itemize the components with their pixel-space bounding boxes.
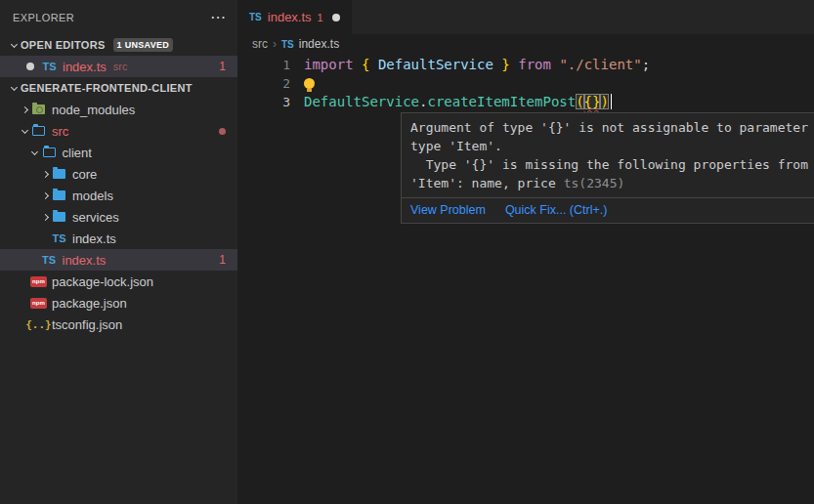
line-number: 1 (237, 56, 290, 74)
chevron-right-icon[interactable] (38, 193, 52, 198)
code-token (369, 57, 377, 72)
hover-message-line: Type '{}' is missing the following prope… (410, 155, 814, 174)
open-folder-icon (31, 126, 46, 136)
chevron-right-icon[interactable] (38, 215, 52, 220)
tree-item-index-ts-6[interactable]: TSindex.ts (0, 228, 237, 249)
tree-item-models-4[interactable]: models (0, 185, 237, 206)
tree-item-label: package.json (52, 296, 127, 311)
code-token: ) (600, 94, 608, 109)
tree-item-package-json-9[interactable]: npmpackage.json (0, 292, 237, 314)
file-tree: node_modulessrcclientcoremodelsservicesT… (0, 99, 237, 335)
chevron-right-icon[interactable] (38, 172, 52, 177)
open-folder-icon (42, 147, 57, 157)
code-token: } (501, 57, 509, 72)
tree-item-label: package-lock.json (52, 274, 153, 289)
code-token: ( (576, 94, 583, 109)
cursor-caret (611, 94, 613, 109)
error-count-badge: 1 (219, 253, 226, 267)
tree-item-label: models (72, 189, 113, 203)
vscode-window: EXPLORER ⋯ OPEN EDITORS 1 UNSAVED TS ind… (0, 0, 814, 504)
code-token (354, 57, 362, 72)
chevron-down-icon (7, 87, 21, 90)
code-token: createItemItemPost (427, 94, 576, 109)
breadcrumb-item-src[interactable]: src (252, 37, 268, 51)
code-line-content: import { DefaultService } from "./client… (304, 56, 650, 74)
tree-item-index-ts-7[interactable]: TSindex.ts1 (0, 249, 237, 271)
code-line-1[interactable]: 1import { DefaultService } from "./clien… (237, 56, 814, 74)
tab-index-ts[interactable]: TS index.ts 1 (237, 0, 352, 34)
tab-label: index.ts (268, 10, 312, 24)
hover-error-code: ts(2345) (564, 176, 625, 190)
tree-item-package-lock-json-8[interactable]: npmpackage-lock.json (0, 271, 237, 292)
tree-item-label: node_modules (52, 103, 135, 117)
npm-icon: npm (31, 298, 46, 309)
explorer-title: EXPLORER (13, 12, 74, 23)
chevron-down-icon[interactable] (28, 151, 42, 154)
section-workspace[interactable]: GENERATE-FRONTEND-CLIENT (0, 77, 237, 99)
ts-file-icon: TS (52, 232, 66, 244)
tree-item-tsconfig-json-10[interactable]: {..}tsconfig.json (0, 314, 237, 335)
breadcrumb-item-file[interactable]: index.ts (299, 37, 339, 51)
code-line-2[interactable]: 2 (237, 74, 814, 93)
folder-icon (52, 190, 66, 200)
tree-item-label: index.ts (63, 253, 107, 268)
code-line-content: DefaultService.createItemItemPost({}) (304, 93, 612, 111)
more-actions-icon[interactable]: ⋯ (210, 13, 226, 22)
hover-message-line: 'Item': name, pricets(2345) (410, 174, 814, 192)
folder-icon (52, 212, 66, 222)
chevron-down-icon[interactable] (18, 130, 31, 133)
explorer-sidebar: EXPLORER ⋯ OPEN EDITORS 1 UNSAVED TS ind… (0, 0, 237, 504)
error-count-badge: 1 (219, 60, 226, 73)
tree-item-label: src (52, 124, 68, 139)
hover-message-line: Argument of type '{}' is not assignable … (410, 118, 814, 137)
breadcrumb: src › TS index.ts (237, 34, 814, 54)
ts-file-icon: TS (42, 254, 57, 266)
code-token: DefaultService (304, 94, 419, 109)
view-problem-link[interactable]: View Problem (410, 203, 486, 217)
quick-fix-link[interactable]: Quick Fix... (Ctrl+.) (505, 203, 608, 217)
sidebar-header: EXPLORER ⋯ (0, 0, 237, 34)
hover-message-line: type 'Item'. (410, 137, 814, 155)
tree-item-src-1[interactable]: src (0, 120, 237, 142)
tree-item-label: tsconfig.json (52, 317, 122, 332)
tree-item-node-modules-0[interactable]: node_modules (0, 99, 237, 120)
ts-file-icon: TS (249, 12, 262, 22)
code-token: ; (642, 57, 650, 72)
tab-modified-dot-icon[interactable] (332, 14, 340, 21)
tree-item-label: services (72, 210, 119, 225)
code-line-content (304, 74, 315, 93)
code-token (510, 57, 518, 72)
hover-message: Argument of type '{}' is not assignable … (402, 113, 814, 197)
ts-file-icon: TS (281, 39, 294, 50)
code-token: "./client" (559, 57, 641, 72)
tree-item-label: index.ts (72, 231, 116, 246)
chevron-down-icon (7, 44, 21, 47)
line-number: 2 (237, 74, 290, 93)
ts-file-icon: TS (42, 61, 57, 72)
open-editors-label: OPEN EDITORS (21, 39, 106, 51)
hover-actions: View Problem Quick Fix... (Ctrl+.) (402, 197, 814, 223)
editor-group: TS index.ts 1 src › TS index.ts 1import … (237, 0, 814, 504)
error-squiggle-token: {} (584, 94, 601, 109)
json-icon: {..} (31, 318, 46, 331)
unsaved-count-badge: 1 UNSAVED (113, 38, 174, 52)
tree-item-label: client (63, 146, 92, 160)
node-modules-folder-icon (31, 105, 46, 114)
code-line-3[interactable]: 3DefaultService.createItemItemPost({}) (237, 93, 814, 111)
open-editor-item-index-ts[interactable]: TS index.ts src 1 (0, 56, 237, 77)
file-decorator: src (113, 61, 128, 72)
lightbulb-icon[interactable] (304, 78, 315, 89)
code-editor[interactable]: 1import { DefaultService } from "./clien… (237, 54, 814, 111)
code-token: import (304, 57, 354, 72)
npm-icon: npm (31, 276, 46, 287)
chevron-right-icon[interactable] (18, 107, 31, 112)
tree-item-label: core (72, 167, 97, 182)
breadcrumb-separator: › (273, 37, 277, 51)
tree-item-client-2[interactable]: client (0, 142, 237, 163)
modified-dot-icon[interactable] (26, 63, 34, 70)
tree-item-core-3[interactable]: core (0, 163, 237, 185)
tree-item-services-5[interactable]: services (0, 206, 237, 228)
section-open-editors[interactable]: OPEN EDITORS 1 UNSAVED (0, 34, 237, 56)
modified-dot-icon (219, 128, 226, 135)
line-number: 3 (237, 93, 290, 111)
